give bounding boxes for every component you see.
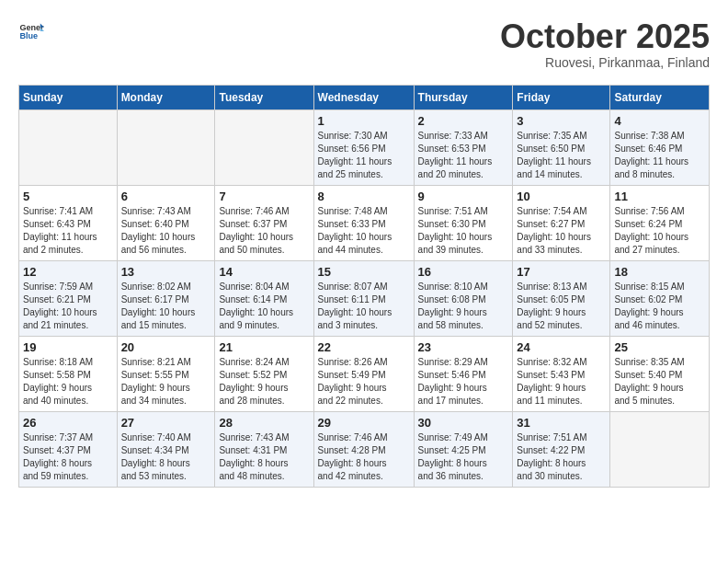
- day-number: 1: [318, 114, 410, 128]
- day-number: 21: [219, 340, 309, 354]
- day-info: Sunrise: 7:30 AM Sunset: 6:56 PM Dayligh…: [318, 130, 410, 181]
- page-header: General Blue October 2025 Ruovesi, Pirka…: [18, 18, 710, 70]
- calendar-cell: 6Sunrise: 7:43 AM Sunset: 6:40 PM Daylig…: [117, 185, 215, 260]
- day-number: 8: [318, 190, 410, 203]
- day-number: 18: [614, 265, 705, 279]
- calendar-cell: 25Sunrise: 8:35 AM Sunset: 5:40 PM Dayli…: [610, 336, 710, 411]
- calendar-cell: 2Sunrise: 7:33 AM Sunset: 6:53 PM Daylig…: [414, 109, 513, 185]
- calendar-cell: 4Sunrise: 7:38 AM Sunset: 6:46 PM Daylig…: [610, 109, 710, 185]
- day-number: 9: [418, 190, 509, 203]
- day-number: 11: [614, 190, 705, 203]
- day-number: 30: [418, 416, 509, 430]
- calendar-cell: 21Sunrise: 8:24 AM Sunset: 5:52 PM Dayli…: [215, 336, 313, 411]
- day-number: 4: [614, 114, 705, 128]
- day-number: 15: [318, 265, 410, 279]
- calendar-cell: 11Sunrise: 7:56 AM Sunset: 6:24 PM Dayli…: [610, 185, 710, 260]
- week-row-1: 5Sunrise: 7:41 AM Sunset: 6:43 PM Daylig…: [19, 185, 710, 260]
- day-info: Sunrise: 8:13 AM Sunset: 6:05 PM Dayligh…: [517, 281, 606, 332]
- day-info: Sunrise: 7:56 AM Sunset: 6:24 PM Dayligh…: [614, 205, 705, 257]
- day-info: Sunrise: 8:10 AM Sunset: 6:08 PM Dayligh…: [418, 281, 509, 332]
- header-wednesday: Wednesday: [313, 85, 414, 109]
- calendar-cell: 28Sunrise: 7:43 AM Sunset: 4:31 PM Dayli…: [215, 411, 313, 487]
- day-info: Sunrise: 7:54 AM Sunset: 6:27 PM Dayligh…: [517, 205, 606, 257]
- header-saturday: Saturday: [610, 85, 710, 109]
- calendar-cell: 24Sunrise: 8:32 AM Sunset: 5:43 PM Dayli…: [513, 336, 610, 411]
- calendar-cell: 5Sunrise: 7:41 AM Sunset: 6:43 PM Daylig…: [19, 185, 118, 260]
- day-info: Sunrise: 7:59 AM Sunset: 6:21 PM Dayligh…: [23, 281, 113, 332]
- header-thursday: Thursday: [414, 85, 513, 109]
- day-number: 26: [23, 416, 113, 430]
- header-sunday: Sunday: [19, 85, 118, 109]
- day-info: Sunrise: 8:32 AM Sunset: 5:43 PM Dayligh…: [517, 356, 606, 408]
- logo-icon: General Blue: [18, 18, 44, 44]
- day-number: 5: [23, 190, 113, 203]
- calendar-cell: 12Sunrise: 7:59 AM Sunset: 6:21 PM Dayli…: [19, 260, 118, 336]
- calendar-cell: 13Sunrise: 8:02 AM Sunset: 6:17 PM Dayli…: [117, 260, 215, 336]
- day-info: Sunrise: 7:38 AM Sunset: 6:46 PM Dayligh…: [614, 130, 705, 181]
- logo: General Blue: [18, 18, 44, 44]
- calendar-cell: 1Sunrise: 7:30 AM Sunset: 6:56 PM Daylig…: [313, 109, 414, 185]
- calendar-cell: [19, 109, 118, 185]
- header-monday: Monday: [117, 85, 215, 109]
- day-number: 17: [517, 265, 606, 279]
- day-number: 25: [614, 340, 705, 354]
- day-info: Sunrise: 7:46 AM Sunset: 4:28 PM Dayligh…: [318, 431, 410, 483]
- day-number: 29: [318, 416, 410, 430]
- week-row-0: 1Sunrise: 7:30 AM Sunset: 6:56 PM Daylig…: [19, 109, 710, 185]
- calendar-cell: 10Sunrise: 7:54 AM Sunset: 6:27 PM Dayli…: [513, 185, 610, 260]
- day-info: Sunrise: 7:43 AM Sunset: 6:40 PM Dayligh…: [121, 205, 211, 257]
- week-row-3: 19Sunrise: 8:18 AM Sunset: 5:58 PM Dayli…: [19, 336, 710, 411]
- day-number: 24: [517, 340, 606, 354]
- calendar-cell: 17Sunrise: 8:13 AM Sunset: 6:05 PM Dayli…: [513, 260, 610, 336]
- calendar-cell: 20Sunrise: 8:21 AM Sunset: 5:55 PM Dayli…: [117, 336, 215, 411]
- day-number: 7: [219, 190, 309, 203]
- day-headers-row: SundayMondayTuesdayWednesdayThursdayFrid…: [19, 85, 710, 109]
- calendar-cell: [610, 411, 710, 487]
- day-number: 22: [318, 340, 410, 354]
- calendar-cell: [117, 109, 215, 185]
- day-info: Sunrise: 7:33 AM Sunset: 6:53 PM Dayligh…: [418, 130, 509, 181]
- day-info: Sunrise: 8:24 AM Sunset: 5:52 PM Dayligh…: [219, 356, 309, 408]
- day-info: Sunrise: 7:35 AM Sunset: 6:50 PM Dayligh…: [517, 130, 606, 181]
- week-row-4: 26Sunrise: 7:37 AM Sunset: 4:37 PM Dayli…: [19, 411, 710, 487]
- day-info: Sunrise: 8:35 AM Sunset: 5:40 PM Dayligh…: [614, 356, 705, 408]
- calendar-cell: 23Sunrise: 8:29 AM Sunset: 5:46 PM Dayli…: [414, 336, 513, 411]
- day-number: 2: [418, 114, 509, 128]
- calendar-cell: 27Sunrise: 7:40 AM Sunset: 4:34 PM Dayli…: [117, 411, 215, 487]
- calendar-cell: 7Sunrise: 7:46 AM Sunset: 6:37 PM Daylig…: [215, 185, 313, 260]
- calendar-cell: 19Sunrise: 8:18 AM Sunset: 5:58 PM Dayli…: [19, 336, 118, 411]
- day-info: Sunrise: 8:26 AM Sunset: 5:49 PM Dayligh…: [318, 356, 410, 408]
- day-number: 10: [517, 190, 606, 203]
- calendar-cell: 16Sunrise: 8:10 AM Sunset: 6:08 PM Dayli…: [414, 260, 513, 336]
- title-block: October 2025 Ruovesi, Pirkanmaa, Finland: [500, 18, 710, 70]
- location-subtitle: Ruovesi, Pirkanmaa, Finland: [500, 55, 710, 70]
- day-number: 14: [219, 265, 309, 279]
- day-info: Sunrise: 8:29 AM Sunset: 5:46 PM Dayligh…: [418, 356, 509, 408]
- day-number: 31: [517, 416, 606, 430]
- day-info: Sunrise: 7:40 AM Sunset: 4:34 PM Dayligh…: [121, 431, 211, 483]
- header-friday: Friday: [513, 85, 610, 109]
- day-info: Sunrise: 8:15 AM Sunset: 6:02 PM Dayligh…: [614, 281, 705, 332]
- day-number: 13: [121, 265, 211, 279]
- calendar-cell: 18Sunrise: 8:15 AM Sunset: 6:02 PM Dayli…: [610, 260, 710, 336]
- calendar-cell: 9Sunrise: 7:51 AM Sunset: 6:30 PM Daylig…: [414, 185, 513, 260]
- day-number: 27: [121, 416, 211, 430]
- day-info: Sunrise: 7:48 AM Sunset: 6:33 PM Dayligh…: [318, 205, 410, 257]
- calendar-table: SundayMondayTuesdayWednesdayThursdayFrid…: [18, 85, 710, 488]
- day-number: 19: [23, 340, 113, 354]
- calendar-cell: 14Sunrise: 8:04 AM Sunset: 6:14 PM Dayli…: [215, 260, 313, 336]
- day-number: 28: [219, 416, 309, 430]
- day-info: Sunrise: 8:18 AM Sunset: 5:58 PM Dayligh…: [23, 356, 113, 408]
- calendar-cell: 8Sunrise: 7:48 AM Sunset: 6:33 PM Daylig…: [313, 185, 414, 260]
- day-info: Sunrise: 7:37 AM Sunset: 4:37 PM Dayligh…: [23, 431, 113, 483]
- day-info: Sunrise: 7:51 AM Sunset: 6:30 PM Dayligh…: [418, 205, 509, 257]
- day-info: Sunrise: 7:51 AM Sunset: 4:22 PM Dayligh…: [517, 431, 606, 483]
- calendar-cell: 3Sunrise: 7:35 AM Sunset: 6:50 PM Daylig…: [513, 109, 610, 185]
- calendar-cell: 29Sunrise: 7:46 AM Sunset: 4:28 PM Dayli…: [313, 411, 414, 487]
- calendar-cell: 30Sunrise: 7:49 AM Sunset: 4:25 PM Dayli…: [414, 411, 513, 487]
- calendar-cell: 22Sunrise: 8:26 AM Sunset: 5:49 PM Dayli…: [313, 336, 414, 411]
- calendar-cell: 26Sunrise: 7:37 AM Sunset: 4:37 PM Dayli…: [19, 411, 118, 487]
- day-number: 20: [121, 340, 211, 354]
- day-info: Sunrise: 8:02 AM Sunset: 6:17 PM Dayligh…: [121, 281, 211, 332]
- day-info: Sunrise: 7:41 AM Sunset: 6:43 PM Dayligh…: [23, 205, 113, 257]
